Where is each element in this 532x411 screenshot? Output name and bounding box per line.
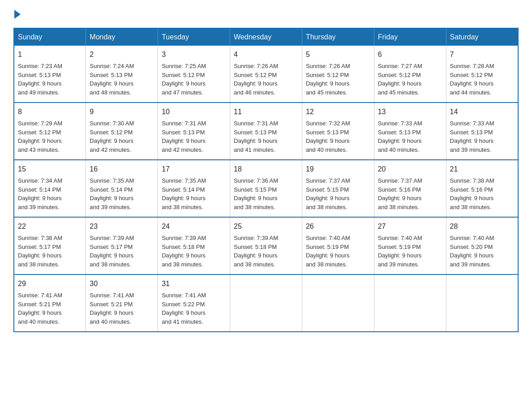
logo <box>13 9 21 19</box>
weekday-header-sunday: Sunday <box>14 28 86 46</box>
day-number: 21 <box>450 164 514 175</box>
calendar-cell: 9Sunrise: 7:30 AMSunset: 5:12 PMDaylight… <box>86 103 158 160</box>
calendar-cell: 8Sunrise: 7:29 AMSunset: 5:12 PMDaylight… <box>14 103 86 160</box>
day-number: 19 <box>306 164 370 175</box>
day-number: 29 <box>18 278 82 289</box>
calendar-cell: 23Sunrise: 7:39 AMSunset: 5:17 PMDayligh… <box>86 217 158 274</box>
day-number: 11 <box>234 107 298 117</box>
calendar-cell: 22Sunrise: 7:38 AMSunset: 5:17 PMDayligh… <box>14 217 86 274</box>
day-number: 25 <box>234 221 298 232</box>
calendar-cell: 7Sunrise: 7:28 AMSunset: 5:12 PMDaylight… <box>446 46 518 103</box>
calendar-cell: 6Sunrise: 7:27 AMSunset: 5:12 PMDaylight… <box>374 46 446 103</box>
calendar-cell: 31Sunrise: 7:41 AMSunset: 5:22 PMDayligh… <box>158 274 230 332</box>
day-number: 26 <box>306 221 370 232</box>
calendar-cell: 4Sunrise: 7:26 AMSunset: 5:12 PMDaylight… <box>230 46 302 103</box>
day-number: 23 <box>90 221 154 232</box>
calendar-cell: 30Sunrise: 7:41 AMSunset: 5:21 PMDayligh… <box>86 274 158 332</box>
weekday-header-wednesday: Wednesday <box>230 28 302 46</box>
day-number: 27 <box>378 221 442 232</box>
day-number: 1 <box>18 49 82 60</box>
day-number: 8 <box>18 107 82 117</box>
weekday-header-friday: Friday <box>374 28 446 46</box>
calendar-cell: 27Sunrise: 7:40 AMSunset: 5:19 PMDayligh… <box>374 217 446 274</box>
day-number: 28 <box>450 221 514 232</box>
calendar-cell: 1Sunrise: 7:23 AMSunset: 5:13 PMDaylight… <box>14 46 86 103</box>
calendar-cell <box>302 274 374 332</box>
day-number: 10 <box>162 107 226 117</box>
day-number: 31 <box>162 278 226 289</box>
weekday-header-monday: Monday <box>86 28 158 46</box>
calendar-cell: 15Sunrise: 7:34 AMSunset: 5:14 PMDayligh… <box>14 160 86 217</box>
calendar-table: SundayMondayTuesdayWednesdayThursdayFrid… <box>13 28 519 332</box>
day-number: 6 <box>378 49 442 60</box>
calendar-cell: 24Sunrise: 7:39 AMSunset: 5:18 PMDayligh… <box>158 217 230 274</box>
calendar-body: 1Sunrise: 7:23 AMSunset: 5:13 PMDaylight… <box>14 46 518 332</box>
calendar-header: SundayMondayTuesdayWednesdayThursdayFrid… <box>14 28 518 46</box>
day-number: 17 <box>162 164 226 175</box>
calendar-cell <box>374 274 446 332</box>
day-number: 14 <box>450 107 514 117</box>
day-number: 30 <box>90 278 154 289</box>
day-number: 5 <box>306 49 370 60</box>
calendar-cell: 20Sunrise: 7:37 AMSunset: 5:16 PMDayligh… <box>374 160 446 217</box>
calendar-cell: 16Sunrise: 7:35 AMSunset: 5:14 PMDayligh… <box>86 160 158 217</box>
calendar-week-row: 29Sunrise: 7:41 AMSunset: 5:21 PMDayligh… <box>14 274 518 332</box>
day-number: 2 <box>90 49 154 60</box>
calendar-cell: 12Sunrise: 7:32 AMSunset: 5:13 PMDayligh… <box>302 103 374 160</box>
calendar-cell: 26Sunrise: 7:40 AMSunset: 5:19 PMDayligh… <box>302 217 374 274</box>
day-number: 15 <box>18 164 82 175</box>
day-number: 9 <box>90 107 154 117</box>
calendar-cell: 17Sunrise: 7:35 AMSunset: 5:14 PMDayligh… <box>158 160 230 217</box>
day-number: 18 <box>234 164 298 175</box>
calendar-cell: 19Sunrise: 7:37 AMSunset: 5:15 PMDayligh… <box>302 160 374 217</box>
calendar-week-row: 15Sunrise: 7:34 AMSunset: 5:14 PMDayligh… <box>14 160 518 217</box>
calendar-cell: 5Sunrise: 7:26 AMSunset: 5:12 PMDaylight… <box>302 46 374 103</box>
calendar-week-row: 8Sunrise: 7:29 AMSunset: 5:12 PMDaylight… <box>14 103 518 160</box>
day-number: 12 <box>306 107 370 117</box>
day-number: 20 <box>378 164 442 175</box>
calendar-cell: 13Sunrise: 7:33 AMSunset: 5:13 PMDayligh… <box>374 103 446 160</box>
calendar-cell: 21Sunrise: 7:38 AMSunset: 5:16 PMDayligh… <box>446 160 518 217</box>
day-number: 4 <box>234 49 298 60</box>
logo-arrow-icon <box>14 10 21 19</box>
day-number: 13 <box>378 107 442 117</box>
calendar-cell: 11Sunrise: 7:31 AMSunset: 5:13 PMDayligh… <box>230 103 302 160</box>
day-number: 7 <box>450 49 514 60</box>
weekday-header-saturday: Saturday <box>446 28 518 46</box>
calendar-cell: 2Sunrise: 7:24 AMSunset: 5:13 PMDaylight… <box>86 46 158 103</box>
weekday-header-thursday: Thursday <box>302 28 374 46</box>
calendar-cell: 10Sunrise: 7:31 AMSunset: 5:13 PMDayligh… <box>158 103 230 160</box>
calendar-cell: 25Sunrise: 7:39 AMSunset: 5:18 PMDayligh… <box>230 217 302 274</box>
calendar-cell <box>230 274 302 332</box>
calendar-cell: 14Sunrise: 7:33 AMSunset: 5:13 PMDayligh… <box>446 103 518 160</box>
calendar-cell: 29Sunrise: 7:41 AMSunset: 5:21 PMDayligh… <box>14 274 86 332</box>
weekday-header-row: SundayMondayTuesdayWednesdayThursdayFrid… <box>14 28 518 46</box>
day-number: 16 <box>90 164 154 175</box>
day-number: 22 <box>18 221 82 232</box>
page-header <box>13 9 519 19</box>
calendar-cell: 28Sunrise: 7:40 AMSunset: 5:20 PMDayligh… <box>446 217 518 274</box>
calendar-cell: 3Sunrise: 7:25 AMSunset: 5:12 PMDaylight… <box>158 46 230 103</box>
calendar-week-row: 22Sunrise: 7:38 AMSunset: 5:17 PMDayligh… <box>14 217 518 274</box>
day-number: 3 <box>162 49 226 60</box>
day-number: 24 <box>162 221 226 232</box>
calendar-cell <box>446 274 518 332</box>
calendar-week-row: 1Sunrise: 7:23 AMSunset: 5:13 PMDaylight… <box>14 46 518 103</box>
calendar-cell: 18Sunrise: 7:36 AMSunset: 5:15 PMDayligh… <box>230 160 302 217</box>
weekday-header-tuesday: Tuesday <box>158 28 230 46</box>
